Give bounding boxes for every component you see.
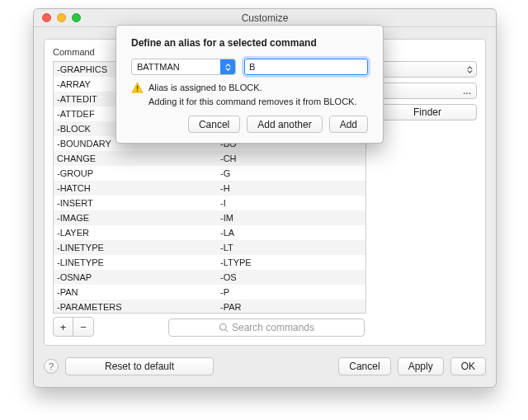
table-row[interactable]: -OSNAP-OS bbox=[54, 270, 365, 285]
combo-value: BATTMAN bbox=[132, 62, 180, 72]
popover-add-another-button[interactable]: Add another bbox=[247, 116, 322, 133]
apply-button[interactable]: Apply bbox=[398, 357, 444, 375]
help-button[interactable]: ? bbox=[44, 359, 59, 374]
cell-alias: -LA bbox=[219, 225, 365, 240]
table-row[interactable]: -PAN-P bbox=[54, 285, 365, 300]
cell-alias: -G bbox=[219, 166, 365, 181]
add-remove-group: + − bbox=[53, 317, 94, 337]
add-alias-button[interactable]: + bbox=[54, 318, 73, 336]
bottom-bar: ? Reset to default Cancel Apply OK bbox=[44, 356, 486, 377]
cell-command: -INSERT bbox=[54, 196, 219, 210]
cancel-label: Cancel bbox=[349, 361, 380, 372]
cell-alias: -H bbox=[219, 181, 365, 196]
cell-command: -GROUP bbox=[54, 166, 219, 181]
cell-alias: -CH bbox=[219, 151, 365, 166]
cell-command: -LINETYPE bbox=[54, 255, 219, 270]
table-row[interactable]: CHANGE-CH bbox=[54, 151, 365, 166]
cell-alias: -P bbox=[219, 285, 365, 300]
traffic-lights bbox=[34, 13, 81, 22]
cell-alias: -LT bbox=[219, 240, 365, 255]
finder-button[interactable]: Finder bbox=[378, 104, 477, 120]
table-row[interactable]: -IMAGE-IM bbox=[54, 210, 365, 225]
warning-line2: Adding it for this command removes it fr… bbox=[148, 96, 368, 107]
popover-another-label: Add another bbox=[257, 119, 311, 130]
popover-add-button[interactable]: Add bbox=[329, 116, 368, 133]
cell-command: CHANGE bbox=[54, 151, 219, 166]
cell-alias: -LTYPE bbox=[219, 255, 365, 270]
svg-rect-2 bbox=[137, 86, 138, 90]
finder-label: Finder bbox=[413, 106, 441, 118]
table-row[interactable]: -PARAMETERS-PAR bbox=[54, 300, 365, 314]
cell-command: -PAN bbox=[54, 285, 219, 300]
cell-command: -IMAGE bbox=[54, 210, 219, 225]
search-icon bbox=[219, 323, 229, 333]
close-icon[interactable] bbox=[42, 13, 51, 22]
right-pane: ... Finder bbox=[378, 61, 477, 120]
search-placeholder: Search commands bbox=[232, 322, 314, 333]
category-select[interactable] bbox=[378, 61, 477, 78]
popover-add-label: Add bbox=[340, 119, 357, 130]
combo-drop-button[interactable] bbox=[220, 59, 235, 74]
command-combo[interactable]: BATTMAN bbox=[131, 59, 236, 75]
svg-point-0 bbox=[219, 324, 226, 331]
updown-icon bbox=[466, 66, 474, 73]
search-input[interactable]: Search commands bbox=[168, 319, 365, 337]
zoom-icon[interactable] bbox=[72, 13, 81, 22]
table-row[interactable]: -HATCH-H bbox=[54, 181, 365, 196]
table-row[interactable]: -GROUP-G bbox=[54, 166, 365, 181]
column-header-command[interactable]: Command bbox=[53, 47, 95, 57]
ok-label: OK bbox=[461, 361, 475, 372]
cell-alias: -PAR bbox=[219, 300, 365, 314]
cell-command: -OSNAP bbox=[54, 270, 219, 285]
apply-label: Apply bbox=[408, 361, 433, 372]
reset-label: Reset to default bbox=[105, 361, 174, 372]
cell-alias: -OS bbox=[219, 270, 365, 285]
svg-line-1 bbox=[225, 329, 228, 332]
alias-input[interactable] bbox=[244, 59, 368, 75]
table-row[interactable]: -LAYER-LA bbox=[54, 225, 365, 240]
remove-alias-button[interactable]: − bbox=[73, 318, 93, 336]
edit-button[interactable]: ... bbox=[378, 83, 477, 99]
cancel-button[interactable]: Cancel bbox=[338, 357, 390, 375]
reset-button[interactable]: Reset to default bbox=[65, 357, 214, 375]
table-row[interactable]: -LINETYPE-LTYPE bbox=[54, 255, 365, 270]
popover-cancel-button[interactable]: Cancel bbox=[188, 116, 240, 133]
chevron-down-icon bbox=[224, 64, 232, 71]
table-row[interactable]: -INSERT-I bbox=[54, 196, 365, 210]
cell-alias: -IM bbox=[219, 210, 365, 225]
ok-button[interactable]: OK bbox=[450, 357, 486, 375]
window-title: Customize bbox=[34, 12, 496, 24]
cell-command: -PARAMETERS bbox=[54, 300, 219, 314]
table-row[interactable]: -LINETYPE-LT bbox=[54, 240, 365, 255]
cell-command: -LAYER bbox=[54, 225, 219, 240]
cell-command: -LINETYPE bbox=[54, 240, 219, 255]
popover-title: Define an alias for a selected command bbox=[131, 37, 368, 49]
warning-icon bbox=[131, 82, 144, 94]
warning-line1: Alias is assigned to BLOCK. bbox=[148, 82, 262, 93]
cell-command: -HATCH bbox=[54, 181, 219, 196]
ellipsis-label: ... bbox=[463, 85, 471, 97]
minimize-icon[interactable] bbox=[57, 13, 66, 22]
svg-rect-3 bbox=[137, 90, 138, 91]
cell-alias: -I bbox=[219, 196, 365, 210]
popover-cancel-label: Cancel bbox=[199, 119, 229, 130]
alias-popover: Define an alias for a selected command B… bbox=[116, 25, 384, 144]
